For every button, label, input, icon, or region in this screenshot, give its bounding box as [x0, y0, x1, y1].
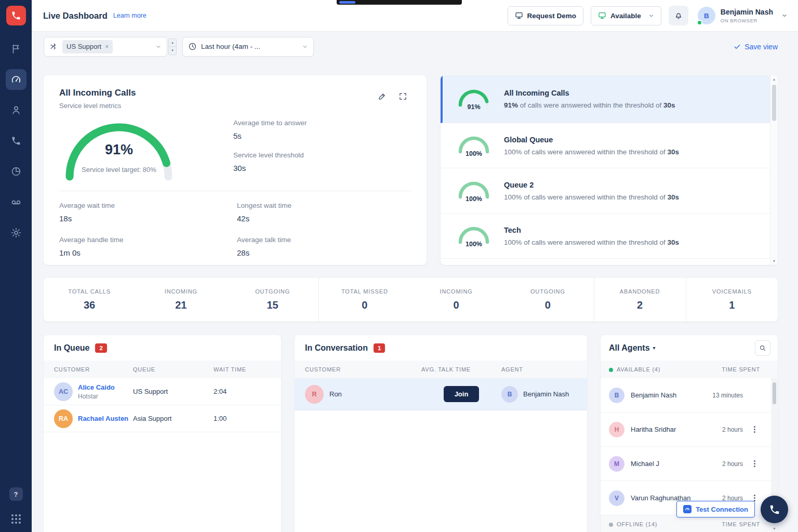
agent-name: Benjamin Nash: [631, 391, 712, 399]
test-connection-button[interactable]: Test Connection: [676, 501, 755, 517]
chip-remove-icon[interactable]: ×: [105, 43, 109, 50]
user-name: Benjamin Nash: [721, 8, 773, 17]
queue-list-item[interactable]: 100% Tech 100% of calls were answered wi…: [441, 214, 778, 259]
customer-avatar: RA: [54, 409, 73, 428]
flag-icon: [10, 43, 22, 55]
save-view-button[interactable]: Save view: [734, 43, 778, 51]
request-demo-button[interactable]: Request Demo: [508, 6, 584, 25]
stat-voicemails: VOICEMAILS1: [686, 278, 778, 322]
expand-button[interactable]: [394, 88, 411, 104]
sidebar-item-analytics[interactable]: [6, 161, 26, 182]
scroll-up-icon[interactable]: ▲: [770, 77, 778, 81]
divider: [59, 191, 411, 191]
queue-filter-chip[interactable]: US Support ×: [62, 40, 113, 54]
stepper-up-icon[interactable]: ▲: [169, 39, 176, 47]
gauge-target-label: Service level target: 80%: [59, 166, 179, 174]
in-conversation-count-badge: 1: [374, 343, 385, 353]
pie-chart-icon: [10, 166, 22, 177]
kebab-icon: [754, 463, 755, 464]
agents-search-button[interactable]: [755, 340, 770, 356]
queue-name: Tech: [504, 226, 679, 234]
metric-label: Service level threshold: [233, 151, 307, 159]
sidebar-item-settings[interactable]: [6, 222, 26, 243]
queue-filter-dropdown[interactable]: US Support ×: [44, 37, 167, 57]
chevron-down-icon: [781, 12, 788, 19]
agent-menu-button[interactable]: [750, 423, 759, 436]
metric-label: Average wait time: [59, 202, 237, 209]
queue-name: Global Queue: [504, 136, 679, 144]
in-conversation-panel: In Conversation 1 CUSTOMER AVG. TALK TIM…: [295, 335, 587, 532]
metric-label: Average handle time: [59, 236, 237, 244]
stat-total-missed: TOTAL MISSED0: [318, 278, 410, 322]
queue-name: Queue 2: [504, 181, 679, 189]
availability-label: Available: [610, 12, 641, 20]
customer-avatar: AC: [54, 382, 73, 401]
queue-gauge: 100%: [455, 224, 493, 248]
agents-available-header: AVAILABLE (4) TIME SPENT: [601, 361, 778, 378]
sidebar-item-dashboard[interactable]: [6, 69, 26, 90]
join-button[interactable]: Join: [444, 386, 480, 402]
user-avatar: B: [698, 7, 715, 24]
scrollbar-thumb[interactable]: [772, 85, 776, 121]
queue-list-item[interactable]: 100% Global Queue 100% of calls were ans…: [441, 123, 778, 168]
kebab-icon: [754, 497, 755, 499]
scroll-down-icon[interactable]: ▼: [771, 527, 778, 530]
gauge-value: 91%: [59, 142, 179, 158]
agents-offline-header: OFFLINE (14) TIME SPENT: [601, 515, 778, 532]
call-stats-row: TOTAL CALLS36 INCOMING21 OUTGOING15 TOTA…: [44, 278, 778, 322]
metric-label: Average talk time: [237, 236, 411, 244]
queues-scrollbar[interactable]: ▲ ▼: [770, 75, 778, 265]
in-conversation-table-header: CUSTOMER AVG. TALK TIME AGENT: [295, 361, 587, 378]
user-avatar-initial: B: [704, 12, 709, 20]
learn-more-link[interactable]: Learn more: [113, 12, 147, 19]
stepper-down-icon[interactable]: ▼: [169, 47, 176, 55]
sidebar-item-calls[interactable]: [6, 130, 26, 151]
all-agents-title[interactable]: All Agents: [609, 343, 650, 353]
table-row: AC Alice Caido Hotstar US Support 2:04: [44, 378, 281, 405]
apps-grid-icon[interactable]: [11, 514, 21, 524]
queue-list-item[interactable]: 91% All Incoming Calls 91% of calls were…: [441, 75, 778, 123]
pencil-icon: [378, 92, 387, 101]
wait-time-cell: 2:04: [214, 388, 271, 395]
sidebar-bottom: ?: [9, 487, 23, 524]
kebab-icon: [754, 429, 755, 430]
sidebar-item-voicemail[interactable]: [6, 192, 26, 212]
app-logo[interactable]: [6, 6, 26, 25]
test-connection-label: Test Connection: [696, 506, 748, 513]
speed-test-icon: [683, 505, 691, 513]
queue-cell: US Support: [133, 388, 214, 395]
help-button[interactable]: ?: [9, 487, 23, 501]
user-menu[interactable]: B Benjamin Nash ON BROWSER: [698, 7, 788, 24]
phone-logo-icon: [11, 10, 21, 21]
clock-icon: [188, 42, 197, 51]
bell-icon: [674, 11, 683, 20]
customer-name-link[interactable]: Rachael Austen: [78, 415, 128, 422]
customer-name-link[interactable]: Alice Caido: [78, 383, 115, 391]
chevron-down-icon: [302, 44, 308, 50]
monitor-status-icon: [598, 11, 606, 20]
availability-dropdown[interactable]: Available: [591, 6, 661, 25]
agent-avatar: H: [609, 422, 624, 437]
queue-description: 100% of calls were answered within the t…: [504, 193, 679, 201]
agent-menu-button[interactable]: [750, 458, 759, 470]
queue-list-item[interactable]: 100% Queue 2 100% of calls were answered…: [441, 168, 778, 214]
dialer-fab[interactable]: [761, 496, 788, 523]
queue-description: 100% of calls were answered within the t…: [504, 148, 679, 156]
sidebar-item-onboarding[interactable]: [6, 38, 26, 59]
queue-description: 100% of calls were answered within the t…: [504, 238, 679, 246]
notifications-button[interactable]: [669, 6, 688, 25]
metric-label: Longest wait time: [237, 202, 411, 209]
presentation-icon: [515, 11, 523, 20]
indicator-accent: [339, 1, 355, 4]
sidebar-item-contacts[interactable]: [6, 100, 26, 121]
metric-value: 1m 0s: [59, 248, 237, 257]
edit-button[interactable]: [374, 88, 390, 104]
time-filter-dropdown[interactable]: Last hour (4am - ...: [182, 37, 314, 57]
page-title: Live Dashboard: [43, 11, 108, 21]
stat-missed-incoming: INCOMING0: [410, 278, 502, 322]
scrollbar-thumb[interactable]: [773, 382, 776, 404]
in-queue-table-header: CUSTOMER QUEUE WAIT TIME: [44, 361, 281, 378]
agent-name: Benjamin Nash: [523, 390, 569, 398]
agent-avatar: M: [609, 456, 624, 472]
scroll-down-icon[interactable]: ▼: [770, 259, 778, 263]
